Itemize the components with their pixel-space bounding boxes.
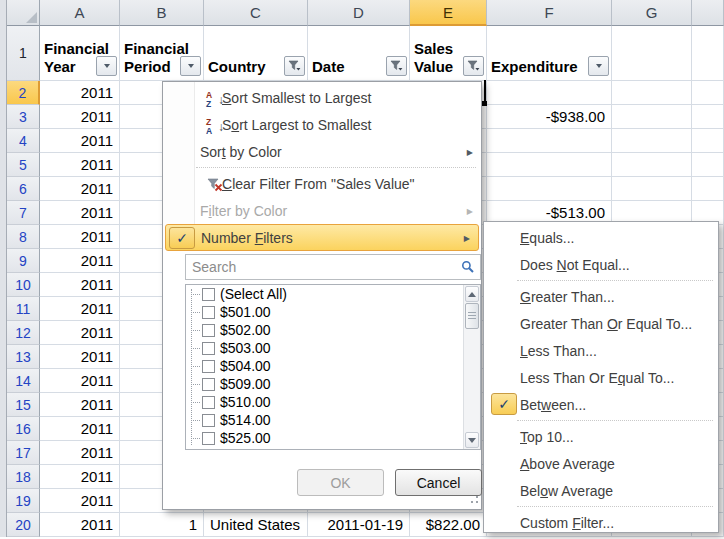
row-header-16[interactable]: 16 — [7, 417, 40, 441]
scroll-down-button[interactable] — [465, 432, 479, 448]
menu-item-below-average[interactable]: Below Average — [484, 477, 718, 504]
cell-G3[interactable] — [612, 105, 692, 129]
list-item[interactable]: $514.00 — [186, 411, 480, 429]
cell-A5[interactable]: 2011 — [40, 153, 120, 177]
cell-A16[interactable]: 2011 — [40, 417, 120, 441]
checkbox[interactable] — [202, 360, 215, 373]
column-header-F[interactable]: F — [487, 0, 612, 26]
filter-dropdown-button[interactable] — [180, 56, 201, 76]
cell-A12[interactable]: 2011 — [40, 321, 120, 345]
row-header-10[interactable]: 10 — [7, 273, 40, 297]
cell-H2[interactable] — [692, 81, 724, 105]
filter-dropdown-button[interactable] — [96, 56, 117, 76]
ok-button[interactable]: OK — [297, 469, 384, 496]
row-header-17[interactable]: 17 — [7, 441, 40, 465]
column-header-D[interactable]: D — [308, 0, 410, 26]
row-header-11[interactable]: 11 — [7, 297, 40, 321]
menu-item-does-not-equal[interactable]: Does Not Equal... — [484, 251, 718, 278]
filter-dropdown-button[interactable] — [588, 56, 609, 76]
cell-A17[interactable]: 2011 — [40, 441, 120, 465]
cell-D20[interactable]: 2011-01-19 — [308, 513, 410, 537]
list-item[interactable]: $504.00 — [186, 357, 480, 375]
cell-G2[interactable] — [612, 81, 692, 105]
menu-item-sort-by-color[interactable]: Sort by Color▶ — [163, 138, 481, 165]
cell-A7[interactable]: 2011 — [40, 201, 120, 225]
checkbox[interactable] — [202, 396, 215, 409]
column-header-partial[interactable] — [692, 0, 724, 26]
column-header-A[interactable]: A — [40, 0, 120, 26]
header-cell-country[interactable]: Country — [204, 26, 308, 81]
column-header-B[interactable]: B — [120, 0, 204, 26]
row-header-3[interactable]: 3 — [7, 105, 40, 129]
menu-item-clear-filter-from-sales-value[interactable]: Clear Filter From "Sales Value" — [163, 170, 481, 197]
row-header-4[interactable]: 4 — [7, 129, 40, 153]
row-header-5[interactable]: 5 — [7, 153, 40, 177]
cell-A18[interactable]: 2011 — [40, 465, 120, 489]
header-cell-date[interactable]: Date — [308, 26, 410, 81]
menu-item-above-average[interactable]: Above Average — [484, 450, 718, 477]
cell-H3[interactable] — [692, 105, 724, 129]
column-header-E[interactable]: E — [410, 0, 487, 26]
menu-item-top-10[interactable]: Top 10... — [484, 423, 718, 450]
checkbox[interactable] — [202, 450, 215, 451]
search-input[interactable] — [186, 255, 480, 279]
list-scrollbar[interactable] — [463, 285, 480, 449]
cell-A20[interactable]: 2011 — [40, 513, 120, 537]
list-item[interactable]: $501.00 — [186, 303, 480, 321]
cell-A3[interactable]: 2011 — [40, 105, 120, 129]
checkbox[interactable] — [202, 288, 215, 301]
list-item[interactable]: $503.00 — [186, 339, 480, 357]
cell-G6[interactable] — [612, 177, 692, 201]
checkbox[interactable] — [202, 306, 215, 319]
header-cell-financial-period[interactable]: Financial Period — [120, 26, 204, 81]
scroll-up-button[interactable] — [465, 286, 479, 302]
menu-item-custom-filter[interactable]: Custom Filter... — [484, 509, 718, 536]
cancel-button[interactable]: Cancel — [395, 469, 482, 496]
cell-A6[interactable]: 2011 — [40, 177, 120, 201]
header-cell-financial-year[interactable]: Financial Year — [40, 26, 120, 81]
list-item-select-all[interactable]: (Select All) — [186, 285, 480, 303]
cell-A8[interactable]: 2011 — [40, 225, 120, 249]
cell-G4[interactable] — [612, 129, 692, 153]
list-item-partial[interactable] — [186, 447, 480, 450]
row-header-12[interactable]: 12 — [7, 321, 40, 345]
row-header-2[interactable]: 2 — [7, 81, 40, 105]
cell-F6[interactable] — [487, 177, 612, 201]
cell-H5[interactable] — [692, 153, 724, 177]
row-header-15[interactable]: 15 — [7, 393, 40, 417]
row-header-8[interactable]: 8 — [7, 225, 40, 249]
menu-item-between[interactable]: ✓Between... — [484, 391, 718, 418]
checkbox[interactable] — [202, 324, 215, 337]
cell-F5[interactable] — [487, 153, 612, 177]
search-icon[interactable] — [461, 260, 475, 274]
list-item[interactable]: $525.00 — [186, 429, 480, 447]
cell-E20[interactable]: $822.00 — [410, 513, 487, 537]
menu-item-greater-than[interactable]: Greater Than... — [484, 283, 718, 310]
cell-A15[interactable]: 2011 — [40, 393, 120, 417]
row-header-18[interactable]: 18 — [7, 465, 40, 489]
menu-item-less-than[interactable]: Less Than... — [484, 337, 718, 364]
cell-C20[interactable]: United States — [204, 513, 308, 537]
checkbox[interactable] — [202, 414, 215, 427]
list-item[interactable]: $502.00 — [186, 321, 480, 339]
scrollbar-thumb[interactable] — [465, 303, 479, 329]
cell-F2[interactable] — [487, 81, 612, 105]
resize-grip[interactable] — [466, 496, 478, 506]
list-item[interactable]: $510.00 — [186, 393, 480, 411]
cell-G5[interactable] — [612, 153, 692, 177]
checkbox[interactable] — [202, 378, 215, 391]
cell-H6[interactable] — [692, 177, 724, 201]
row-header-1[interactable]: 1 — [7, 26, 40, 81]
row-header-13[interactable]: 13 — [7, 345, 40, 369]
row-header-19[interactable]: 19 — [7, 489, 40, 513]
filter-applied-button[interactable] — [284, 56, 305, 76]
header-cell-g[interactable] — [612, 26, 692, 81]
menu-item-number-filters[interactable]: ✓Number Filters▶ — [165, 224, 479, 251]
row-header-6[interactable]: 6 — [7, 177, 40, 201]
row-header-20[interactable]: 20 — [7, 513, 40, 537]
menu-item-sort-smallest-to-largest[interactable]: AZ↓Sort Smallest to Largest — [163, 84, 481, 111]
row-header-9[interactable]: 9 — [7, 249, 40, 273]
cell-A4[interactable]: 2011 — [40, 129, 120, 153]
checkbox[interactable] — [202, 432, 215, 445]
checkbox[interactable] — [202, 342, 215, 355]
